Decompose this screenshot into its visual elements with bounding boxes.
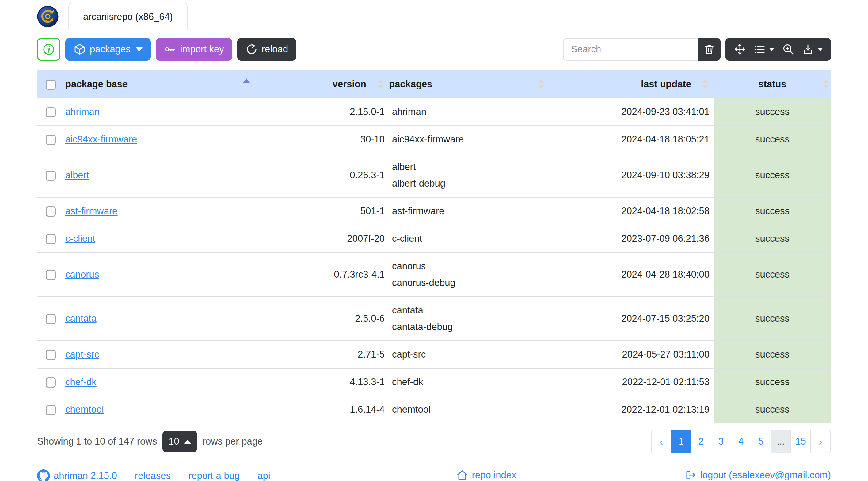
key-icon bbox=[164, 43, 176, 56]
select-all-checkbox[interactable] bbox=[46, 79, 56, 90]
packages-table: package base version packages last updat… bbox=[37, 70, 831, 423]
api-link[interactable]: api bbox=[257, 470, 270, 481]
column-header-last-update[interactable]: last update bbox=[551, 70, 714, 98]
table-row: ast-firmware 501-1 ast-firmware 2024-04-… bbox=[37, 197, 831, 225]
row-checkbox[interactable] bbox=[46, 206, 56, 217]
page-ellipsis[interactable]: ... bbox=[771, 429, 791, 453]
last-update-cell: 2024-09-23 03:41:01 bbox=[551, 98, 714, 126]
search-group bbox=[563, 38, 720, 61]
page-button-4[interactable]: 4 bbox=[731, 429, 751, 453]
search-input[interactable] bbox=[563, 38, 698, 61]
pagination: ‹ 1 2 3 4 5 ... 15 › bbox=[651, 429, 831, 453]
row-checkbox[interactable] bbox=[46, 314, 56, 324]
page-button-2[interactable]: 2 bbox=[691, 429, 711, 453]
packages-cell: cantatacantata-debug bbox=[389, 296, 551, 341]
logout-link[interactable]: logout (esalexeev@gmail.com) bbox=[684, 469, 831, 481]
toolbar: packages import key reload bbox=[37, 38, 831, 61]
ahriman-version-link[interactable]: ahriman 2.15.0 bbox=[37, 469, 117, 481]
packages-button-label: packages bbox=[90, 44, 130, 55]
fullscreen-button[interactable] bbox=[734, 43, 746, 56]
house-icon bbox=[456, 469, 468, 481]
version-cell: 4.13.3-1 bbox=[260, 368, 389, 396]
package-base-link[interactable]: cantata bbox=[65, 313, 97, 324]
packages-cell: c-client bbox=[389, 225, 551, 252]
releases-link[interactable]: releases bbox=[135, 470, 171, 481]
last-update-cell: 2024-07-15 03:25:20 bbox=[551, 296, 714, 341]
page-button-3[interactable]: 3 bbox=[711, 429, 731, 453]
package-base-link[interactable]: chef-dk bbox=[65, 377, 97, 387]
table-row: canorus 0.7.3rc3-4.1 canoruscanorus-debu… bbox=[37, 252, 831, 296]
package-base-link[interactable]: canorus bbox=[65, 269, 99, 280]
version-cell: 2.15.0-1 bbox=[260, 98, 389, 126]
chevron-down-icon bbox=[769, 48, 775, 51]
export-button[interactable] bbox=[802, 43, 823, 56]
toolbar-right bbox=[563, 38, 831, 61]
clear-search-button[interactable] bbox=[698, 38, 720, 61]
page-button-15[interactable]: 15 bbox=[790, 429, 811, 453]
columns-toggle-button[interactable] bbox=[753, 43, 775, 56]
repo-index-link[interactable]: repo index bbox=[456, 469, 517, 481]
page-button-1[interactable]: 1 bbox=[671, 429, 691, 453]
trash-icon bbox=[704, 43, 715, 55]
version-cell: 0.7.3rc3-4.1 bbox=[260, 252, 389, 296]
page-prev-button[interactable]: ‹ bbox=[651, 429, 672, 453]
sort-icon bbox=[538, 79, 544, 89]
package-base-link[interactable]: c-client bbox=[65, 233, 95, 244]
row-checkbox[interactable] bbox=[46, 378, 56, 388]
row-checkbox[interactable] bbox=[46, 405, 56, 415]
last-update-cell: 2024-05-27 03:11:00 bbox=[551, 341, 714, 368]
table-row: albert 0.26.3-1 albertalbert-debug 2024-… bbox=[37, 153, 831, 197]
row-checkbox[interactable] bbox=[46, 135, 56, 145]
status-badge: success bbox=[714, 98, 831, 126]
reload-button[interactable]: reload bbox=[237, 38, 297, 61]
packages-dropdown-button[interactable]: packages bbox=[65, 38, 151, 61]
version-cell: 2007f-20 bbox=[260, 225, 389, 252]
status-badge: success bbox=[714, 296, 831, 341]
row-checkbox[interactable] bbox=[46, 234, 56, 244]
package-base-link[interactable]: albert bbox=[65, 170, 89, 181]
sort-icon bbox=[823, 79, 829, 89]
package-base-link[interactable]: ast-firmware bbox=[65, 205, 118, 216]
chevron-up-icon bbox=[184, 440, 191, 444]
page-button-5[interactable]: 5 bbox=[751, 429, 771, 453]
chevron-down-icon bbox=[136, 47, 143, 52]
row-checkbox[interactable] bbox=[46, 350, 56, 360]
import-key-button[interactable]: import key bbox=[156, 38, 232, 61]
status-badge: success bbox=[714, 225, 831, 252]
last-update-cell: 2024-04-18 18:02:58 bbox=[551, 197, 714, 225]
column-header-package-base[interactable]: package base bbox=[64, 70, 260, 98]
row-checkbox[interactable] bbox=[46, 171, 56, 181]
table-header-row: package base version packages last updat… bbox=[37, 70, 831, 98]
app-logo-icon bbox=[37, 6, 59, 27]
package-base-link[interactable]: ahriman bbox=[65, 106, 100, 117]
version-cell: 2.71-5 bbox=[260, 341, 389, 368]
page-footer: ahriman 2.15.0 releases report a bug api… bbox=[37, 459, 831, 481]
info-button[interactable] bbox=[37, 38, 60, 61]
report-bug-link[interactable]: report a bug bbox=[188, 470, 240, 481]
chevron-down-icon bbox=[817, 48, 823, 51]
row-checkbox[interactable] bbox=[46, 270, 56, 280]
packages-cell: chemtool bbox=[389, 396, 551, 423]
showing-rows-text: Showing 1 to 10 of 147 rows bbox=[37, 436, 157, 447]
column-header-version[interactable]: version bbox=[260, 70, 389, 98]
table-footer: Showing 1 to 10 of 147 rows 10 rows per … bbox=[37, 428, 831, 454]
page-next-button[interactable]: › bbox=[810, 429, 831, 453]
page-size-dropdown[interactable]: 10 bbox=[162, 431, 197, 452]
logout-icon bbox=[684, 469, 697, 481]
package-base-link[interactable]: chemtool bbox=[65, 404, 104, 415]
last-update-cell: 2022-12-01 02:13:19 bbox=[551, 396, 714, 423]
zoom-toggle-button[interactable] bbox=[782, 43, 795, 56]
package-base-link[interactable]: capt-src bbox=[65, 349, 99, 360]
column-header-packages[interactable]: packages bbox=[389, 70, 551, 98]
sort-icon bbox=[702, 79, 708, 89]
last-update-cell: 2024-04-28 18:40:00 bbox=[551, 252, 714, 296]
column-header-status[interactable]: status bbox=[714, 70, 831, 98]
repository-tab[interactable]: arcanisrepo (x86_64) bbox=[68, 3, 188, 30]
packages-cell: canoruscanorus-debug bbox=[389, 252, 551, 296]
footer-links: ahriman 2.15.0 releases report a bug api bbox=[37, 469, 404, 481]
row-checkbox[interactable] bbox=[46, 107, 56, 117]
status-badge: success bbox=[714, 153, 831, 197]
package-base-link[interactable]: aic94xx-firmware bbox=[65, 134, 137, 145]
version-cell: 2.5.0-6 bbox=[260, 296, 389, 341]
last-update-cell: 2023-07-09 06:21:36 bbox=[551, 225, 714, 252]
